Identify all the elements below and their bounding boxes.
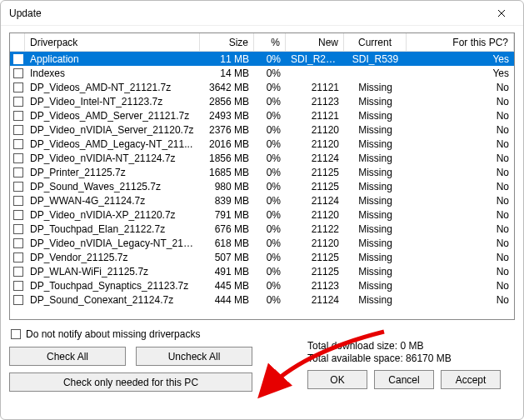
cell-this: No [407,238,514,249]
ok-button[interactable]: OK [307,370,367,389]
cell-current: Missing [344,252,407,263]
cell-pct: 0% [254,266,286,278]
cell-name: DP_Videos_AMD_Server_21121.7z [25,110,200,122]
row-checkbox[interactable] [13,168,23,178]
row-checkbox[interactable] [13,111,23,121]
row-checkbox[interactable] [13,68,23,78]
table-row[interactable]: DP_Videos_AMD_Server_21121.7z2493 MB0%21… [10,108,514,122]
table-row[interactable]: DP_Printer_21125.7z1685 MB0%21125Missing… [10,165,514,179]
row-checkbox[interactable] [13,182,23,192]
row-checkbox[interactable] [13,82,23,92]
cell-pct: 0% [254,138,286,150]
cell-this: No [407,96,514,108]
table-row[interactable]: DP_WLAN-WiFi_21125.7z491 MB0%21125Missin… [10,264,514,278]
row-checkbox[interactable] [13,295,23,305]
cell-new: 21125 [286,252,344,263]
table-row[interactable]: DP_Vendor_21125.7z507 MB0%21125MissingNo [10,250,514,264]
col-header-current[interactable]: Current [344,33,407,51]
table-row[interactable]: DP_Video_Intel-NT_21123.7z2856 MB0%21123… [10,94,514,108]
cell-size: 444 MB [200,294,254,306]
cell-this: No [407,209,514,221]
cell-pct: 0% [254,209,286,221]
cell-this: No [407,181,514,192]
row-checkbox[interactable] [13,54,23,64]
cancel-button[interactable]: Cancel [374,370,434,389]
cell-pct: 0% [254,252,286,263]
cell-name: DP_Printer_21125.7z [25,167,200,178]
table-row[interactable]: DP_Touchpad_Synaptics_21123.7z445 MB0%21… [10,278,514,292]
cell-current: Missing [344,223,407,235]
cell-new: 21121 [286,110,344,122]
table-row[interactable]: Application11 MB0%SDI_R21...SDI_R539Yes [10,52,514,66]
cell-current: Missing [344,167,407,178]
cell-this: No [407,280,514,292]
cell-size: 2856 MB [200,96,254,108]
cell-pct: 0% [254,96,286,108]
col-header-size[interactable]: Size [200,33,254,51]
table-row[interactable]: Indexes14 MB0%Yes [10,66,514,80]
cell-name: DP_Video_nVIDIA-XP_21120.7z [25,209,200,221]
total-space: Total available space: 86170 MB [307,352,452,365]
cell-size: 14 MB [200,68,254,79]
row-checkbox[interactable] [13,224,23,234]
cell-pct: 0% [254,280,286,292]
cell-name: DP_Sound_Conexant_21124.7z [25,294,200,306]
table-row[interactable]: DP_Sound_Conexant_21124.7z444 MB0%21124M… [10,292,514,307]
table-row[interactable]: DP_Touchpad_Elan_21122.7z676 MB0%21122Mi… [10,222,514,236]
list-header[interactable]: Driverpack Size % New Current For this P… [10,33,514,52]
col-header-new[interactable]: New [286,33,344,51]
cell-current: Missing [344,181,407,192]
table-row[interactable]: DP_Videos_AMD_Legacy-NT_211...2016 MB0%2… [10,137,514,151]
cell-pct: 0% [254,167,286,178]
table-row[interactable]: DP_Videos_AMD-NT_21121.7z3642 MB0%21121M… [10,80,514,94]
row-checkbox[interactable] [13,238,23,248]
accept-button[interactable]: Accept [441,370,501,389]
cell-current: SDI_R539 [344,53,407,65]
table-row[interactable]: DP_Sound_Waves_21125.7z980 MB0%21125Miss… [10,179,514,193]
cell-this: Yes [407,53,514,65]
check-all-button[interactable]: Check All [9,347,126,366]
row-checkbox[interactable] [13,196,23,206]
close-button[interactable] [485,3,518,23]
cell-pct: 0% [254,53,286,65]
cell-new: 21124 [286,294,344,306]
col-header-name[interactable]: Driverpack [25,33,200,51]
cell-name: DP_Video_nVIDIA-NT_21124.7z [25,152,200,164]
table-row[interactable]: DP_Video_nVIDIA_Server_21120.7z2376 MB0%… [10,122,514,137]
cell-this: No [407,167,514,178]
cell-size: 445 MB [200,280,254,292]
table-row[interactable]: DP_Video_nVIDIA-NT_21124.7z1856 MB0%2112… [10,151,514,165]
table-row[interactable]: DP_Video_nVIDIA_Legacy-NT_211...618 MB0%… [10,236,514,250]
uncheck-all-button[interactable]: Uncheck All [136,347,252,366]
cell-pct: 0% [254,181,286,192]
cell-current: Missing [344,280,407,292]
cell-pct: 0% [254,124,286,136]
row-checkbox[interactable] [13,252,23,262]
cell-pct: 0% [254,238,286,249]
cell-this: No [407,266,514,278]
cell-size: 839 MB [200,195,254,207]
row-checkbox[interactable] [13,153,23,163]
cell-new: 21120 [286,124,344,136]
col-header-this[interactable]: For this PC? [407,33,514,51]
notify-checkbox[interactable] [11,329,21,339]
cell-new: 21121 [286,82,344,93]
cell-current: Missing [344,124,407,136]
col-header-pct[interactable]: % [254,33,286,51]
cell-pct: 0% [254,223,286,235]
cell-current: Missing [344,209,407,221]
cell-current: Missing [344,195,407,207]
row-checkbox[interactable] [13,281,23,291]
row-checkbox[interactable] [13,139,23,149]
cell-size: 791 MB [200,209,254,221]
cell-size: 2493 MB [200,110,254,122]
table-row[interactable]: DP_WWAN-4G_21124.7z839 MB0%21124MissingN… [10,193,514,208]
check-needed-button[interactable]: Check only needed for this PC [9,372,252,392]
driverpack-list[interactable]: Driverpack Size % New Current For this P… [9,32,515,320]
row-checkbox[interactable] [13,97,23,107]
cell-new: 21125 [286,266,344,278]
row-checkbox[interactable] [13,267,23,277]
row-checkbox[interactable] [13,125,23,135]
row-checkbox[interactable] [13,210,23,220]
table-row[interactable]: DP_Video_nVIDIA-XP_21120.7z791 MB0%21120… [10,208,514,222]
